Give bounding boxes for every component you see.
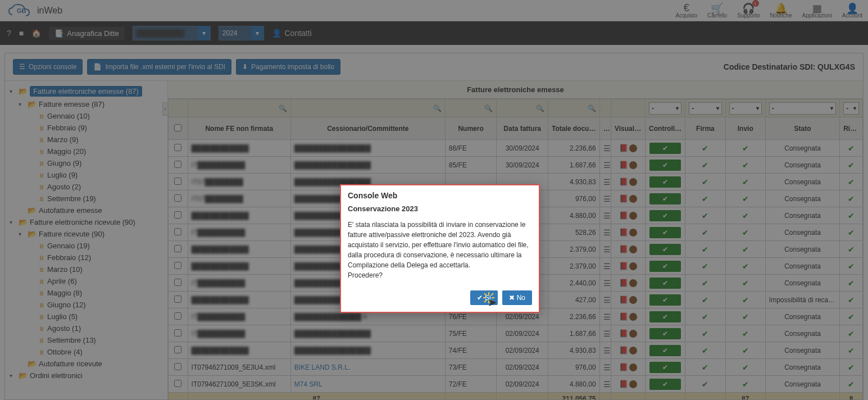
close-icon: ✖ bbox=[509, 294, 515, 302]
modal-si-button[interactable]: ✔ Si bbox=[470, 290, 498, 305]
check-icon: ✔ bbox=[477, 294, 483, 302]
modal-body: E' stata rilasciata la possibilità di in… bbox=[341, 217, 539, 286]
modal-subtitle: Conservazione 2023 bbox=[341, 203, 539, 217]
conservazione-modal: Console Web Conservazione 2023 E' stata … bbox=[340, 184, 540, 313]
modal-no-button[interactable]: ✖ No bbox=[502, 290, 532, 305]
modal-title: Console Web bbox=[341, 185, 539, 203]
